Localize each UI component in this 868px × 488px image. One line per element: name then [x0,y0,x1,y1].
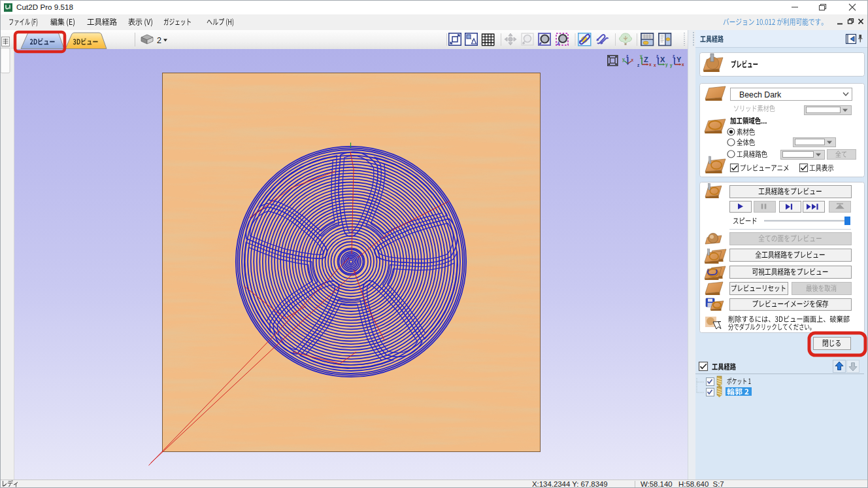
svg-text:x: x [654,63,656,67]
svg-text:y: y [622,57,625,62]
svg-text:x: x [649,62,652,67]
svg-text:W:58.140 H:58.640 S:7: W:58.140 H:58.640 S:7 [641,480,724,488]
svg-text:Beech Dark: Beech Dark [739,90,782,99]
svg-text:Z: Z [644,56,648,63]
svg-text:X:134.2344 Y: 67.8349: X:134.2344 Y: 67.8349 [532,480,608,488]
svg-text:Y: Y [676,56,682,63]
svg-text:x: x [682,62,684,67]
svg-text:y: y [670,63,673,68]
svg-text:Cut2D Pro 9.518: Cut2D Pro 9.518 [16,3,73,11]
svg-text:X: X [660,56,665,63]
svg-text:x: x [631,58,634,62]
svg-text:y: y [665,62,668,67]
svg-text:2: 2 [157,36,161,45]
svg-text:y: y [640,54,643,59]
